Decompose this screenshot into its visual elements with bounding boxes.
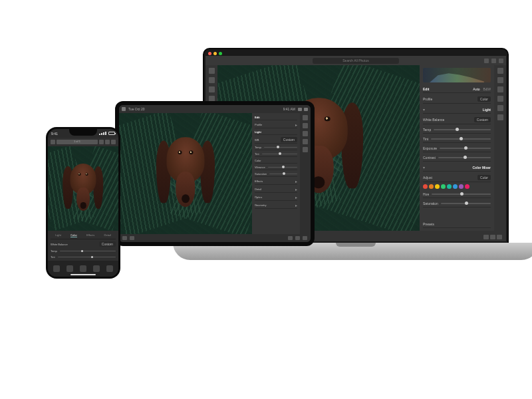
healing-icon[interactable] [66, 265, 73, 272]
effects-section[interactable]: Effects [255, 180, 263, 183]
colormixer-section[interactable]: Color Mixer [472, 166, 491, 170]
redo-icon[interactable] [130, 236, 134, 240]
color-section[interactable]: Color [255, 159, 261, 162]
profile-select[interactable]: Color [477, 96, 491, 102]
share-icon[interactable] [105, 140, 110, 144]
search-input[interactable]: Search All Photos [313, 58, 399, 64]
laptop-edit-panel: Edit AutoB&W ProfileColor ▾Light White B… [420, 65, 494, 231]
swatch-teal[interactable] [447, 184, 452, 189]
hue-label: Hue [423, 192, 429, 196]
presets-icon[interactable] [106, 265, 113, 272]
brush-icon[interactable] [303, 139, 308, 144]
swatch-green[interactable] [441, 184, 446, 189]
optics-section[interactable]: Optics [255, 196, 262, 199]
sat-slider[interactable] [441, 203, 491, 204]
bw-tab[interactable]: B&W [483, 87, 491, 91]
swatch-magenta[interactable] [465, 184, 469, 189]
selective-icon[interactable] [53, 265, 60, 272]
swatch-red[interactable] [423, 184, 428, 189]
tint-slider[interactable] [58, 257, 116, 257]
tint-slider[interactable] [431, 138, 491, 140]
share-icon[interactable] [491, 59, 496, 63]
detail-view-icon[interactable] [490, 235, 495, 239]
sat-slider[interactable] [269, 174, 297, 174]
wb-label: White Balance [423, 118, 444, 122]
temp-label: Temp [255, 146, 261, 149]
compare-view-icon[interactable] [497, 235, 502, 239]
home-indicator[interactable] [70, 274, 96, 275]
phone-image-canvas[interactable] [48, 146, 118, 231]
mask-icon[interactable] [303, 147, 308, 152]
shared-icon[interactable] [209, 86, 215, 92]
color-mixer-swatches[interactable] [423, 184, 491, 189]
auto-tab[interactable]: Auto [473, 87, 479, 91]
more-icon[interactable] [111, 140, 116, 144]
presets-button[interactable]: Presets [423, 222, 434, 226]
profiles-icon[interactable] [93, 265, 100, 272]
hue-slider[interactable] [432, 194, 491, 195]
crop-icon[interactable] [80, 265, 86, 272]
light-section[interactable]: Light [255, 130, 261, 134]
albums-icon[interactable] [209, 77, 215, 83]
wb-select[interactable]: Custom [99, 241, 116, 247]
swatch-purple[interactable] [459, 184, 464, 189]
exposure-slider[interactable] [440, 148, 491, 149]
tab-effects[interactable]: Effects [86, 233, 94, 237]
info-icon[interactable] [303, 236, 307, 240]
gradient-icon[interactable] [497, 105, 503, 111]
heal-icon[interactable] [497, 86, 503, 92]
cloud-icon[interactable] [99, 140, 104, 144]
macos-window-controls[interactable] [208, 52, 222, 55]
edit-icon[interactable] [497, 68, 503, 74]
clock-label: 9:41 AM [283, 107, 295, 111]
histogram[interactable] [423, 68, 491, 82]
tab-detail[interactable]: Detail [104, 233, 111, 237]
contrast-label: Contrast [423, 156, 436, 160]
tab-light[interactable]: Light [55, 233, 61, 237]
crop-icon[interactable] [497, 77, 503, 83]
temp-slider[interactable] [60, 251, 116, 251]
swatch-orange[interactable] [429, 184, 434, 189]
undo-icon[interactable] [122, 236, 127, 240]
photo-dog-subject [62, 156, 104, 215]
profile-label[interactable]: Profile [255, 123, 262, 126]
photos-icon[interactable] [209, 68, 215, 74]
radial-icon[interactable] [497, 114, 503, 120]
swatch-blue[interactable] [453, 184, 458, 189]
heal-icon[interactable] [303, 131, 308, 136]
titlebar-actions[interactable] [484, 59, 503, 63]
tablet-image-canvas[interactable] [119, 113, 252, 234]
exposure-label: Exposure [423, 146, 437, 150]
contrast-slider[interactable] [438, 157, 491, 158]
cloud-icon[interactable] [484, 59, 489, 63]
star-icon[interactable] [295, 236, 300, 240]
settings-icon[interactable] [499, 59, 503, 63]
wb-select[interactable]: Custom [281, 137, 297, 142]
geometry-section[interactable]: Geometry [255, 203, 267, 207]
battery-icon [108, 132, 115, 135]
brush-icon[interactable] [497, 96, 503, 102]
chevron-down-icon[interactable]: ▾ [423, 165, 425, 170]
wb-select[interactable]: Custom [474, 117, 491, 122]
tab-color[interactable]: Color [70, 233, 77, 237]
detail-section[interactable]: Detail [255, 188, 261, 191]
view-toggles[interactable] [482, 230, 502, 242]
crop-icon[interactable] [303, 123, 308, 128]
light-section[interactable]: Light [483, 108, 491, 112]
tint-slider[interactable] [262, 154, 297, 154]
edit-icon[interactable] [303, 115, 308, 120]
vibrance-slider[interactable] [268, 167, 297, 168]
swatch-yellow[interactable] [435, 184, 440, 189]
edit-header: Edit [423, 87, 429, 91]
tablet-tool-rail [300, 113, 311, 234]
back-icon[interactable] [51, 140, 55, 144]
sat-label: Saturation [255, 172, 267, 176]
temp-label: Temp [51, 249, 57, 253]
adjust-select[interactable]: Color [477, 175, 491, 180]
back-icon[interactable] [122, 107, 126, 111]
temp-slider[interactable] [264, 147, 297, 148]
flag-icon[interactable] [288, 236, 293, 240]
temp-slider[interactable] [434, 129, 491, 130]
grid-view-icon[interactable] [483, 235, 489, 239]
chevron-down-icon[interactable]: ▾ [423, 107, 425, 112]
